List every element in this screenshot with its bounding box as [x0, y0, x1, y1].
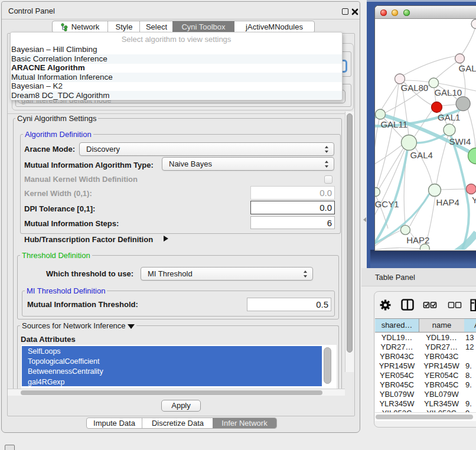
svg-text:GAL7: GAL7 — [459, 63, 476, 73]
svg-text:Y: Y — [472, 195, 476, 205]
svg-text:SWI4: SWI4 — [449, 136, 471, 146]
svg-text:GAL4: GAL4 — [410, 150, 433, 160]
svg-text:GAL1: GAL1 — [438, 112, 460, 122]
svg-text:GCY1: GCY1 — [375, 199, 399, 209]
svg-text:GAL11: GAL11 — [380, 119, 407, 129]
svg-text:GAL10: GAL10 — [434, 87, 462, 97]
svg-text:HAP2: HAP2 — [406, 235, 429, 245]
svg-text:GAL80: GAL80 — [401, 83, 429, 93]
svg-text:HAP4: HAP4 — [436, 197, 459, 207]
